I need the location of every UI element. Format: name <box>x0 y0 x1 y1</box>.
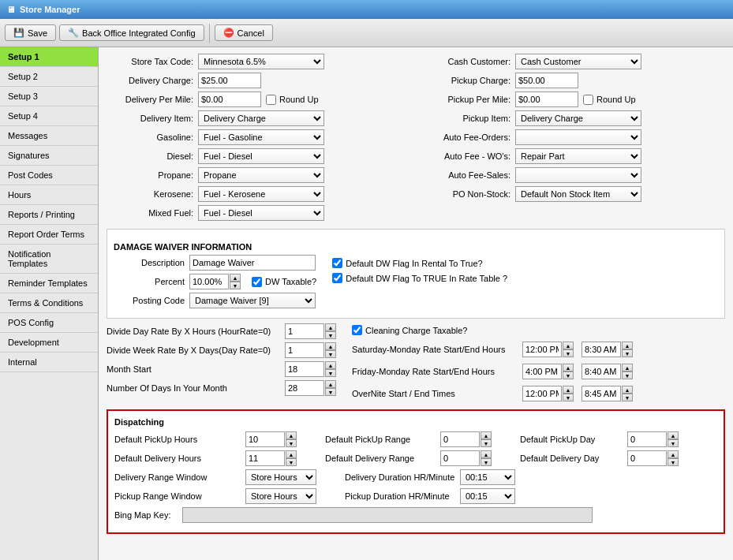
fri-monday-end-input[interactable] <box>582 364 621 379</box>
gasoline-select[interactable]: Fuel - Gasoline <box>198 129 324 145</box>
round-up-delivery-checkbox[interactable] <box>266 95 276 105</box>
pu-range-down[interactable]: ▼ <box>481 439 492 447</box>
round-up-pickup-checkbox[interactable] <box>583 95 593 105</box>
pickup-item-select[interactable]: Delivery Charge <box>515 110 641 126</box>
sat-mon-start-up[interactable]: ▲ <box>563 342 574 349</box>
cash-customer-select[interactable]: Cash Customer <box>515 54 641 69</box>
sidebar-item-hours[interactable]: Hours <box>0 185 98 205</box>
save-button[interactable]: 💾 Save <box>5 24 56 41</box>
pu-hours-down[interactable]: ▼ <box>286 439 297 447</box>
delivery-range-input[interactable] <box>440 450 480 466</box>
bing-map-key-input[interactable] <box>182 507 593 523</box>
del-hours-down[interactable]: ▼ <box>286 458 297 466</box>
dw-taxable-checkbox[interactable] <box>252 277 262 287</box>
sidebar-item-notification[interactable]: Notification Templates <box>0 245 98 274</box>
delivery-hours-input[interactable] <box>245 450 285 466</box>
diesel-select[interactable]: Fuel - Diesel <box>198 148 324 164</box>
del-hours-up[interactable]: ▲ <box>286 450 297 458</box>
sat-monday-start-input[interactable] <box>522 342 562 357</box>
dw-percent-down[interactable]: ▼ <box>230 282 241 289</box>
month-start-up[interactable]: ▲ <box>325 361 336 369</box>
delivery-range-window-select[interactable]: Store Hours <box>245 469 316 485</box>
month-start-input[interactable] <box>285 361 324 377</box>
pickup-range-input[interactable] <box>440 431 480 447</box>
pickup-hours-input[interactable] <box>245 431 285 447</box>
auto-fee-wos-select[interactable]: Repair Part <box>515 148 641 164</box>
day-rate-down[interactable]: ▼ <box>325 331 336 339</box>
dw-percent-up[interactable]: ▲ <box>230 274 241 282</box>
sidebar-item-setup3[interactable]: Setup 3 <box>0 87 98 106</box>
delivery-day-input[interactable] <box>627 450 667 466</box>
dw-posting-select[interactable]: Damage Waiver [9] <box>189 293 316 308</box>
mixed-fuel-select[interactable]: Fuel - Diesel <box>198 205 324 221</box>
overnite-start-up[interactable]: ▲ <box>563 386 574 394</box>
overnite-start-down[interactable]: ▼ <box>563 394 574 401</box>
auto-fee-orders-select[interactable] <box>515 129 641 145</box>
overnite-end-down[interactable]: ▼ <box>622 394 633 401</box>
cleaning-taxable-checkbox[interactable] <box>352 325 362 335</box>
pickup-charge-input[interactable] <box>515 73 578 88</box>
default-dw-rental-checkbox[interactable] <box>332 258 342 268</box>
kerosene-select[interactable]: Fuel - Kerosene <box>198 186 324 202</box>
pu-day-up[interactable]: ▲ <box>668 431 679 439</box>
sidebar-item-setup4[interactable]: Setup 4 <box>0 106 98 126</box>
overnite-start-input[interactable] <box>522 386 562 401</box>
sidebar-item-reportorder[interactable]: Report Order Terms <box>0 225 98 245</box>
fri-mon-end-up[interactable]: ▲ <box>622 364 633 371</box>
delivery-charge-input[interactable] <box>198 73 261 88</box>
del-day-down[interactable]: ▼ <box>668 458 679 466</box>
week-rate-input[interactable] <box>285 342 324 358</box>
delivery-per-mile-input[interactable] <box>198 91 261 107</box>
pu-range-up[interactable]: ▲ <box>481 431 492 439</box>
sidebar-item-terms[interactable]: Terms & Conditions <box>0 293 98 313</box>
sidebar-item-internal[interactable]: Internal <box>0 353 98 372</box>
cancel-button[interactable]: ⛔ Cancel <box>215 24 273 41</box>
num-days-up[interactable]: ▲ <box>325 380 336 388</box>
auto-fee-sales-select[interactable] <box>515 167 641 183</box>
delivery-duration-select[interactable]: 00:15 <box>460 469 515 485</box>
num-days-down[interactable]: ▼ <box>325 388 336 396</box>
sidebar-item-reports[interactable]: Reports / Printing <box>0 205 98 225</box>
del-day-up[interactable]: ▲ <box>668 450 679 458</box>
sidebar-item-signatures[interactable]: Signatures <box>0 146 98 166</box>
dw-description-input[interactable] <box>189 255 316 271</box>
fri-mon-start-up[interactable]: ▲ <box>563 364 574 371</box>
backoffice-button[interactable]: 🔧 Back Office Integrated Config <box>59 24 204 41</box>
fri-mon-start-down[interactable]: ▼ <box>563 371 574 379</box>
num-days-input[interactable] <box>285 380 324 396</box>
del-range-down[interactable]: ▼ <box>481 458 492 466</box>
sidebar-item-postcodes[interactable]: Post Codes <box>0 166 98 185</box>
sat-monday-end-input[interactable] <box>582 342 621 357</box>
default-dw-rate-checkbox[interactable] <box>332 273 342 283</box>
week-rate-up[interactable]: ▲ <box>325 342 336 350</box>
delivery-item-select[interactable]: Delivery Charge <box>198 110 324 126</box>
sidebar-item-setup2[interactable]: Setup 2 <box>0 67 98 87</box>
sat-mon-start-down[interactable]: ▼ <box>563 349 574 357</box>
pickup-day-input[interactable] <box>627 431 667 447</box>
pu-day-down[interactable]: ▼ <box>668 439 679 447</box>
sat-mon-end-up[interactable]: ▲ <box>622 342 633 349</box>
month-start-down[interactable]: ▼ <box>325 369 336 377</box>
po-non-stock-select[interactable]: Default Non Stock Item <box>515 186 641 202</box>
sidebar-item-development[interactable]: Development <box>0 333 98 353</box>
overnite-end-up[interactable]: ▲ <box>622 386 633 394</box>
day-rate-input[interactable] <box>285 323 324 339</box>
overnite-end-input[interactable] <box>582 386 621 401</box>
store-tax-code-select[interactable]: Minnesota 6.5% <box>198 54 324 69</box>
propane-select[interactable]: Propane <box>198 167 324 183</box>
pickup-per-mile-input[interactable] <box>515 91 578 107</box>
sat-mon-end-down[interactable]: ▼ <box>622 349 633 357</box>
dw-percent-input[interactable] <box>189 274 229 289</box>
sidebar-item-messages[interactable]: Messages <box>0 126 98 146</box>
sidebar-item-setup1[interactable]: Setup 1 <box>0 47 98 67</box>
day-rate-up[interactable]: ▲ <box>325 323 336 331</box>
week-rate-down[interactable]: ▼ <box>325 350 336 358</box>
sidebar-item-posconfig[interactable]: POS Config <box>0 313 98 333</box>
sidebar-item-reminder[interactable]: Reminder Templates <box>0 274 98 293</box>
pickup-duration-select[interactable]: 00:15 <box>460 488 515 504</box>
fri-monday-start-input[interactable] <box>522 364 562 379</box>
pickup-range-window-select[interactable]: Store Hours <box>245 488 316 504</box>
fri-mon-end-down[interactable]: ▼ <box>622 371 633 379</box>
del-range-up[interactable]: ▲ <box>481 450 492 458</box>
pu-hours-up[interactable]: ▲ <box>286 431 297 439</box>
